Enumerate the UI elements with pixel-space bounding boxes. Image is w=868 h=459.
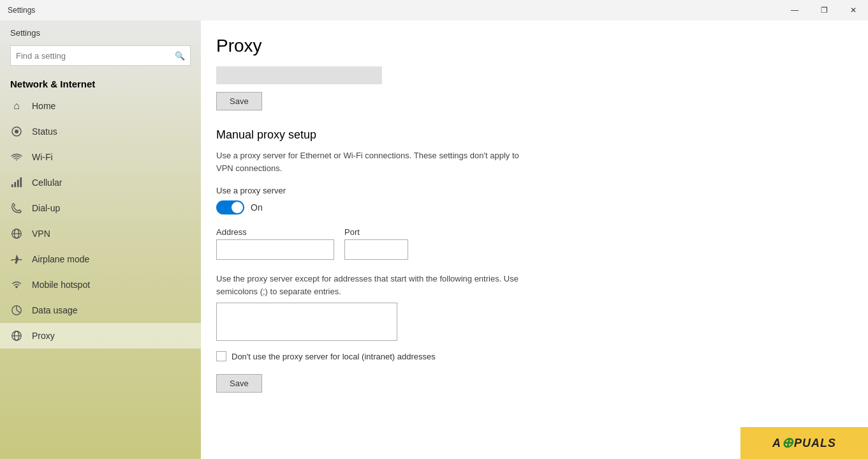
status-icon <box>10 125 23 138</box>
sidebar-item-proxy[interactable]: Proxy <box>0 323 201 349</box>
sidebar-item-label: Mobile hotspot <box>32 280 90 290</box>
svg-rect-4 <box>17 180 19 188</box>
local-checkbox-label: Don't use the proxy server for local (in… <box>232 352 436 361</box>
sidebar-item-status[interactable]: Status <box>0 119 201 144</box>
close-button[interactable]: ✕ <box>839 0 868 20</box>
home-icon: ⌂ <box>10 100 23 112</box>
sidebar-item-dialup[interactable]: Dial-up <box>0 195 201 221</box>
minimize-button[interactable]: — <box>780 0 809 20</box>
cellular-icon <box>10 176 23 189</box>
svg-point-1 <box>15 130 18 133</box>
port-label: Port <box>344 227 408 237</box>
top-save-button[interactable]: Save <box>216 92 262 110</box>
sidebar-item-label: VPN <box>32 229 50 239</box>
exceptions-input[interactable] <box>216 303 397 341</box>
window-controls: — ❐ ✕ <box>780 0 868 20</box>
sidebar-item-label: Proxy <box>32 331 55 341</box>
manual-description: Use a proxy server for Ethernet or Wi-Fi… <box>216 149 522 174</box>
datausage-icon <box>10 304 23 317</box>
hotspot-icon <box>10 278 23 291</box>
svg-rect-2 <box>11 184 13 188</box>
app-body: Settings 🔍 Network & Internet ⌂ Home Sta… <box>0 20 868 459</box>
address-label: Address <box>216 227 334 237</box>
search-input[interactable] <box>16 51 175 61</box>
watermark: A ⊕ PUALS <box>740 427 868 459</box>
bottom-save-button[interactable]: Save <box>216 374 262 393</box>
maximize-button[interactable]: ❐ <box>809 0 839 20</box>
sidebar-item-wifi[interactable]: Wi-Fi <box>0 144 201 170</box>
manual-section-title: Manual proxy setup <box>216 128 837 142</box>
proxy-toggle-row: On <box>216 200 837 214</box>
port-field-group: Port <box>344 227 408 260</box>
address-input[interactable] <box>216 239 334 260</box>
titlebar: Settings — ❐ ✕ <box>0 0 868 20</box>
watermark-icon: ⊕ <box>781 435 794 451</box>
sidebar-item-datausage[interactable]: Data usage <box>0 297 201 323</box>
svg-rect-3 <box>14 182 16 187</box>
local-checkbox-row: Don't use the proxy server for local (in… <box>216 351 837 361</box>
sidebar-item-home[interactable]: ⌂ Home <box>0 93 201 119</box>
sidebar-item-vpn[interactable]: VPN <box>0 221 201 246</box>
sidebar: Settings 🔍 Network & Internet ⌂ Home Sta… <box>0 20 201 459</box>
watermark-text2: PUALS <box>794 437 836 450</box>
sidebar-item-label: Data usage <box>32 305 78 315</box>
sidebar-item-label: Cellular <box>32 177 62 188</box>
proxy-icon <box>10 329 23 342</box>
sidebar-item-label: Wi-Fi <box>32 152 53 162</box>
exceptions-description: Use the proxy server except for addresse… <box>216 273 522 297</box>
toggle-state-label: On <box>251 202 263 213</box>
vpn-icon <box>10 227 23 240</box>
sidebar-section-title: Network & Internet <box>0 73 201 93</box>
sidebar-item-label: Dial-up <box>32 203 60 213</box>
local-checkbox[interactable] <box>216 351 226 361</box>
dialup-icon <box>10 202 23 214</box>
svg-rect-5 <box>20 177 22 187</box>
top-input-bar <box>216 66 382 84</box>
search-box[interactable]: 🔍 <box>10 45 191 66</box>
address-port-row: Address Port <box>216 227 837 260</box>
airplane-icon <box>10 253 23 266</box>
sidebar-item-cellular[interactable]: Cellular <box>0 170 201 195</box>
sidebar-item-airplane[interactable]: Airplane mode <box>0 246 201 272</box>
svg-point-9 <box>15 286 18 289</box>
page-title: Proxy <box>216 36 837 56</box>
sidebar-item-hotspot[interactable]: Mobile hotspot <box>0 272 201 297</box>
titlebar-title: Settings <box>8 6 35 15</box>
wifi-icon <box>10 151 23 163</box>
address-field-group: Address <box>216 227 334 260</box>
content-area: Proxy Save Manual proxy setup Use a prox… <box>201 20 868 459</box>
port-input[interactable] <box>344 239 408 260</box>
sidebar-app-title: Settings <box>0 23 201 45</box>
watermark-text: A <box>772 437 781 450</box>
sidebar-item-label: Airplane mode <box>32 254 89 264</box>
use-proxy-label: Use a proxy server <box>216 186 837 195</box>
proxy-toggle[interactable] <box>216 200 244 214</box>
search-icon: 🔍 <box>175 51 185 61</box>
sidebar-item-label: Status <box>32 126 57 137</box>
sidebar-item-label: Home <box>32 101 55 111</box>
